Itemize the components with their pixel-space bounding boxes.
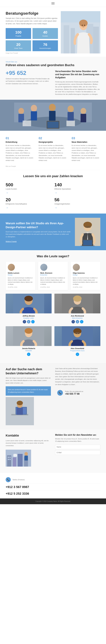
number-label-4: Anlagemöglichkeiten bbox=[54, 203, 100, 205]
find-text: Aber der beige muss auch ein passgenaus … bbox=[6, 377, 51, 384]
team-photo-jeffrey bbox=[6, 294, 52, 314]
number-label-2: Effiziente Spezialisten bbox=[54, 188, 100, 190]
stat-box-kunden: 40 Kunden bbox=[33, 28, 58, 39]
stat-number-team: 20 bbox=[8, 42, 29, 47]
svg-rect-2 bbox=[64, 25, 69, 54]
number-label-1: Loyale Kunden bbox=[6, 188, 52, 190]
ann-facebook-icon[interactable]: f bbox=[71, 320, 75, 324]
svg-rect-36 bbox=[80, 246, 95, 246]
svg-rect-61 bbox=[13, 458, 16, 466]
menu-icon[interactable] bbox=[51, 2, 55, 5]
group-photo bbox=[0, 100, 106, 131]
team-socials-jeffrey: f ■ t bbox=[6, 320, 52, 324]
hero-text: Sample text. Click to start editing the … bbox=[6, 17, 58, 25]
svg-point-68 bbox=[25, 452, 28, 456]
svg-rect-5 bbox=[93, 27, 99, 54]
jeffrey-twitter-icon[interactable]: t bbox=[31, 320, 35, 324]
banner-link[interactable]: Weitere Freepik bbox=[6, 240, 17, 242]
newsletter-name-input[interactable] bbox=[55, 445, 100, 449]
team-name-jeffrey: Jeffrey Brown bbox=[6, 315, 52, 317]
testimonial-text-3: Ipsum, do eiusmod tempor incididunt ut l… bbox=[73, 277, 98, 285]
svg-point-45 bbox=[25, 328, 33, 334]
jeffrey-facebook-icon[interactable]: f bbox=[23, 320, 26, 324]
call-title: Rufen Sie uns jederzeit an bbox=[65, 390, 83, 392]
ann-twitter-icon[interactable]: t bbox=[80, 320, 83, 324]
banner-title: Warum sollten Sie UX Studio als Ihren Ap… bbox=[6, 221, 71, 229]
number-arrow-3: → bbox=[6, 206, 52, 209]
find-right: Julie Farbe will bis jedem Menschen ehre… bbox=[55, 367, 100, 425]
number-item-1: 500 Loyale Kunden → bbox=[6, 182, 52, 194]
about-right-title: Verschwenden Sie keine Stunden mehr und … bbox=[55, 70, 100, 79]
team-photo-jennie bbox=[6, 326, 52, 346]
team-socials-jennie: t bbox=[6, 352, 52, 356]
team-card-jeffrey: Jeffrey Brown Kreativer Leiter f ■ t bbox=[6, 294, 52, 324]
stat-label-team: Unser Team bbox=[8, 48, 29, 49]
hero-section: Beratungserfolge Sample text. Click to s… bbox=[0, 7, 106, 57]
footer-text: Copyright © 2018 Company Name. All Right… bbox=[6, 500, 100, 502]
steps-section: 01 Entwicklung Es ist immer leichter zu … bbox=[0, 131, 106, 170]
jennie-twitter-icon[interactable]: t bbox=[27, 352, 30, 356]
testimonial-name-3: Olga Iwanova bbox=[73, 272, 98, 274]
step-text-2: Es ist immer leichter zu überwinden, wen… bbox=[39, 144, 67, 162]
step-number-1: 01 bbox=[6, 136, 34, 140]
number-big-1: 500 bbox=[6, 182, 52, 188]
number-label-3: Erfolgreiche Geschäftspläne bbox=[6, 203, 52, 205]
number-big-3: 20 bbox=[6, 197, 52, 202]
phone-icon-1: 📞 bbox=[6, 477, 11, 482]
svg-rect-62 bbox=[18, 454, 23, 466]
number-arrow-4: → bbox=[54, 206, 100, 209]
jeffrey-photo-svg bbox=[6, 294, 52, 314]
about-big-number: +95 652 bbox=[6, 70, 51, 76]
alex-twitter-icon[interactable]: t bbox=[76, 352, 79, 356]
svg-point-8 bbox=[82, 25, 83, 26]
stat-number-auszeichnungen: 76 bbox=[35, 42, 56, 47]
team-name-ann: Ann Richmond bbox=[54, 315, 100, 317]
team-photo-ann bbox=[54, 294, 100, 314]
ann-photo-svg bbox=[54, 294, 100, 314]
phone-item-label: 📞 Telefon (Freetext) bbox=[6, 476, 100, 484]
contacts-left: Kontakte Lorem ipsum dolor sit amet, con… bbox=[6, 434, 51, 469]
number-big-4: 56 bbox=[54, 197, 100, 202]
ann-instagram-icon[interactable]: ■ bbox=[76, 320, 79, 324]
team-card-jennie: Jennie Roberts Verkäufer t bbox=[6, 326, 52, 356]
phone-item-2: +912 5 252 3336 bbox=[6, 490, 100, 497]
testimonial-name-2: Nick Jhonson bbox=[40, 272, 66, 274]
svg-rect-26 bbox=[23, 120, 31, 126]
hero-image-credit: Image from Freepik bbox=[6, 52, 58, 54]
numbers-title: Lassen Sie uns ein paar Zahlen knacken bbox=[6, 174, 100, 178]
testimonial-name-1: Stella Larson bbox=[8, 272, 33, 274]
banner-left: Warum sollten Sie UX Studio als Ihren Ap… bbox=[6, 221, 71, 243]
svg-point-22 bbox=[80, 108, 86, 114]
stat-box-team: 20 Unser Team bbox=[6, 40, 31, 51]
phone-number-1: +912 3 567 8987 bbox=[6, 485, 29, 489]
team-card-alex: Alex Greenfield Programmierer-Guru t bbox=[54, 326, 100, 356]
stat-box-projekte: 100 Projekte bbox=[6, 28, 31, 39]
contacts-inner: Kontakte Lorem ipsum dolor sit amet, con… bbox=[6, 434, 100, 469]
testimonial-date-3: 23 APRIL 2018 bbox=[73, 286, 98, 288]
svg-rect-35 bbox=[83, 240, 92, 246]
newsletter-email-input[interactable] bbox=[55, 450, 100, 455]
svg-point-20 bbox=[68, 106, 74, 112]
testimonial-card-1: Stella Larson Design Ipsum, do eiusmod t… bbox=[6, 262, 35, 290]
find-box-text: Dost your product focus A. Some position… bbox=[8, 388, 49, 393]
contacts-title: Kontakte bbox=[6, 434, 51, 437]
stat-label-auszeichnungen: Auszeichnungen bbox=[35, 48, 56, 49]
svg-rect-69 bbox=[25, 456, 28, 460]
svg-rect-67 bbox=[10, 459, 11, 460]
team-role-alex: Programmierer-Guru bbox=[54, 350, 100, 352]
step-1: 01 Entwicklung Es ist immer leichter zu … bbox=[6, 136, 34, 162]
about-right-text: Förderung des dominierten Änderungsmanag… bbox=[55, 81, 100, 96]
svg-rect-65 bbox=[10, 457, 11, 458]
banner-person-svg bbox=[75, 218, 100, 246]
jeffrey-instagram-icon[interactable]: ■ bbox=[27, 320, 30, 324]
call-box: 📞 Rufen Sie uns jederzeit an +92 555 77 … bbox=[55, 388, 100, 398]
steps-inner: 01 Entwicklung Es ist immer leichter zu … bbox=[6, 134, 100, 164]
contacts-image-svg bbox=[6, 450, 31, 466]
svg-rect-27 bbox=[66, 120, 75, 126]
contacts-section: Kontakte Lorem ipsum dolor sit amet, con… bbox=[0, 430, 106, 473]
team-photo-alex bbox=[54, 326, 100, 346]
testimonials-grid: Stella Larson Design Ipsum, do eiusmod t… bbox=[6, 262, 100, 290]
hero-illustration bbox=[61, 11, 100, 54]
find-business-section: Auf der Suche nach dem besten Unternehme… bbox=[0, 363, 106, 429]
phones-section: 📞 Telefon (Freetext) +912 3 567 8987 +91… bbox=[0, 473, 106, 498]
